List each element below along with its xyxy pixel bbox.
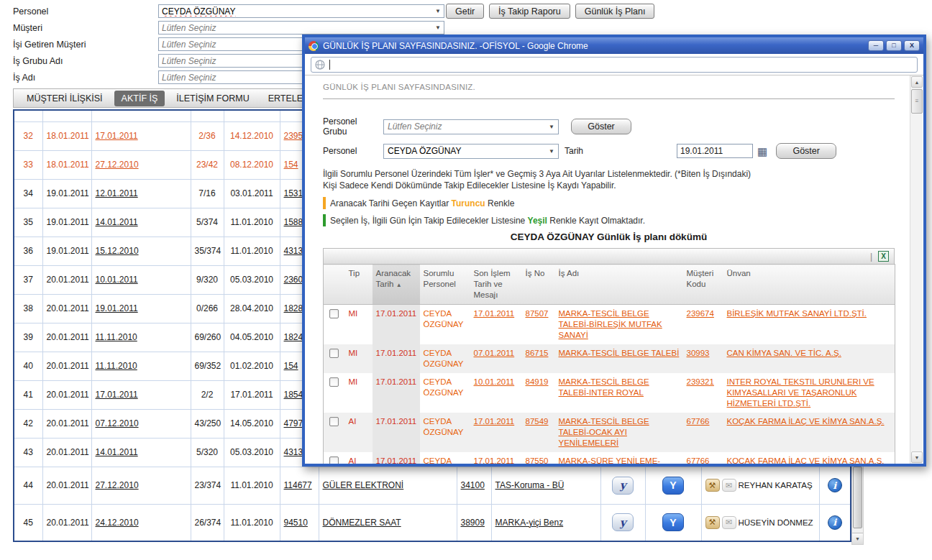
son-islem-link[interactable]: 10.01.2011 [470,373,522,413]
son-islem-link[interactable]: 17.01.2011 [470,305,522,344]
chevron-down-icon[interactable]: ▼ [432,8,441,14]
url-input[interactable] [311,57,918,73]
col-son-islem[interactable]: Son İşlem Tarih ve Mesajı [470,265,522,305]
musteri-kodu-link[interactable]: 67766 [683,452,723,464]
unvan-link[interactable]: CAN KİMYA SAN. VE TİC. A.Ş. [723,344,895,373]
last-action-date-link[interactable]: 14.01.2011 [91,208,191,237]
chevron-down-icon[interactable]: ▼ [432,24,441,31]
unvan-link[interactable]: KOÇAK FARMA İLAÇ VE KİMYA SAN.A.Ş. [723,452,895,464]
row-checkbox[interactable] [329,377,339,387]
popup-titlebar[interactable]: GÜNLÜK İŞ PLANI SAYFASINDASINIZ. -OFİSYO… [305,37,923,54]
son-islem-link[interactable]: 17.01.2011 [470,413,522,452]
y-blue-button[interactable]: Y [662,477,684,495]
envelope-icon[interactable]: ✉ [722,479,736,492]
excel-export-icon[interactable]: X [878,251,889,262]
toolbar-button[interactable]: İş Takip Raporu [489,4,570,19]
tab[interactable]: AKTİF İŞ [114,91,165,106]
row-checkbox[interactable] [329,456,339,464]
company-link[interactable]: GÜLER ELEKTRONİ [319,467,457,504]
musteri-kodu-link[interactable]: 239674 [683,305,723,344]
personel-combo[interactable]: CEYDA ÖZGÜNAY ▼ [383,144,559,159]
is-no-link[interactable]: 84919 [522,373,555,413]
tools-icon[interactable]: ⚒ [705,516,720,529]
last-action-date-link[interactable]: 27.12.2010 [91,150,191,179]
son-islem-link[interactable]: 17.01.2011 [470,452,522,464]
last-action-date-link[interactable]: 19.01.2011 [91,294,191,323]
scrollbar-down-arrow[interactable]: ▼ [852,533,863,544]
y-white-button[interactable]: y [612,513,634,531]
last-action-date-link[interactable]: 11.11.2010 [91,323,191,352]
scrollbar-up-arrow[interactable]: ▲ [911,76,923,88]
scrollbar-down-arrow[interactable]: ▼ [911,451,923,463]
scrollbar-thumb[interactable] [853,467,862,528]
row-checkbox[interactable] [329,417,339,426]
row-checkbox[interactable] [329,349,339,358]
is-adi-link[interactable]: MARKA-TESCİL BELGE TALEBİ [555,344,683,373]
unvan-link[interactable]: INTER ROYAL TEKSTIL URUNLERI VE KIMYASAL… [723,373,895,413]
toolbar-button[interactable]: Günlük İş Planı [575,4,655,19]
record-number-link[interactable]: 114677 [280,467,319,504]
col-tip[interactable]: Tip [345,265,373,305]
last-action-date-link[interactable]: 10.01.2011 [91,265,191,294]
info-icon[interactable]: i [828,478,842,492]
last-action-date-link[interactable]: 15.12.2010 [91,237,191,265]
is-no-link[interactable]: 86715 [522,344,555,373]
y-blue-button[interactable]: Y [662,513,684,531]
calendar-icon[interactable]: ▦ [757,146,767,157]
is-no-link[interactable]: 87550 [522,452,555,464]
scrollbar-thumb[interactable]: ≡ [911,89,923,114]
col-aranacak-tarih[interactable]: Aranacak Tarih ▲ [373,265,420,305]
musteri-kodu-link[interactable]: 67766 [683,413,723,452]
toolbar-button[interactable]: Getir [446,4,484,19]
info-icon[interactable]: i [828,515,842,530]
is-no-link[interactable]: 87549 [522,413,555,452]
is-no-link[interactable]: 87507 [522,305,555,344]
col-sorumlu-personel[interactable]: Sorumlu Personel [420,265,470,305]
goster-button-group[interactable]: Göster [571,119,631,134]
job-name-link[interactable]: TAS-Koruma - BÜ [491,467,600,504]
personel-grubu-combo[interactable]: Lütfen Seçiniz ▼ [383,119,559,134]
is-adi-link[interactable]: MARKA-TESCİL BELGE TALEBİ-BİRLEŞİK MUTFA… [555,305,683,344]
date-input[interactable]: 19.01.2011 [677,144,753,158]
son-islem-link[interactable]: 07.01.2011 [470,344,522,373]
col-unvan[interactable]: Ünvan [723,265,895,305]
row-checkbox[interactable] [329,309,339,318]
customer-code-link[interactable]: 34100 [457,467,491,504]
musteri-kodu-link[interactable]: 239321 [683,373,723,413]
minimize-button[interactable]: ─ [868,40,884,51]
goster-button-date[interactable]: Göster [776,143,836,159]
is-adi-link[interactable]: MARKA-TESCİL BELGE TALEBİ-OCAK AYI YENİL… [555,413,683,452]
company-link[interactable]: DÖNMEZLER SAAT [319,504,457,541]
job-name-link[interactable]: MARKA-yiçi Benz [491,504,600,541]
col-musteri-kodu[interactable]: Müşteri Kodu [683,265,723,305]
envelope-icon[interactable]: ✉ [722,516,736,529]
is-adi-link[interactable]: MARKA-SÜRE YENİLEME-2001/11287-ACECAP [555,452,683,464]
last-action-date-link[interactable]: 12.01.2011 [91,179,191,208]
last-action-date-link[interactable]: 14.01.2011 [91,438,191,467]
musteri-kodu-link[interactable]: 30993 [683,344,723,373]
last-action-date-link[interactable]: 17.01.2011 [91,121,191,150]
close-button[interactable]: X [904,40,920,51]
last-action-date-link[interactable]: 17.01.2011 [91,380,191,409]
popup-vertical-scrollbar[interactable]: ▲ ≡ ▼ [910,75,923,464]
unvan-link[interactable]: BİRLEŞİK MUTFAK SANAYİ LTD.ŞTİ. [723,305,895,344]
tab[interactable]: İLETİŞİM FORMU [169,91,256,106]
chevron-down-icon[interactable]: ▼ [546,124,554,130]
tab[interactable]: MÜŞTERİ İLİŞKİSİ [19,91,110,106]
record-number-link[interactable]: 94510 [280,504,319,541]
last-action-date-link[interactable]: 07.12.2010 [91,409,191,438]
col-is-no[interactable]: İş No [522,265,555,305]
col-is-adi[interactable]: İş Adı [555,265,683,305]
y-white-button[interactable]: y [612,477,634,495]
combo-box[interactable]: Lütfen Seçiniz ▼ [158,21,444,35]
is-adi-link[interactable]: MARKA-TESCİL BELGE TALEBİ-INTER ROYAL [555,373,683,413]
tools-icon[interactable]: ⚒ [705,479,720,492]
unvan-link[interactable]: KOÇAK FARMA İLAÇ VE KİMYA SAN.A.Ş. [723,413,895,452]
chevron-down-icon[interactable]: ▼ [546,148,554,155]
last-action-date-link[interactable]: 24.12.2010 [91,504,191,541]
combo-box[interactable]: CEYDA ÖZGÜNAY ▼ [158,4,444,18]
customer-code-link[interactable]: 38909 [457,504,491,541]
last-action-date-link[interactable]: 11.11.2010 [91,352,191,380]
last-action-date-link[interactable]: 27.12.2010 [91,467,191,504]
maximize-button[interactable]: □ [886,40,902,51]
